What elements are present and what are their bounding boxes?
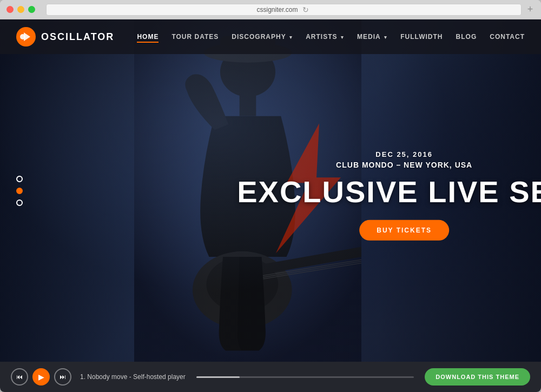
track-number: 1.	[80, 373, 85, 381]
dropdown-chevron-icon: ▾	[339, 35, 345, 40]
buy-tickets-button[interactable]: BUY TICKETS	[359, 220, 449, 240]
slide-dot-3[interactable]	[16, 200, 23, 206]
slide-indicators	[16, 176, 23, 206]
logo-text: OSCILLATOR	[41, 31, 114, 43]
address-bar[interactable]: cssigniter.com ↻	[46, 4, 522, 16]
hero-text-content: DEC 25, 2016 CLUB MONDO – NEW YORK, USA …	[237, 150, 541, 240]
website-content: OSCILLATOR HOMETOUR DATESDISCOGRAPHY ▾AR…	[0, 19, 541, 392]
nav-link-discography[interactable]: DISCOGRAPHY ▾	[232, 33, 293, 41]
progress-bar[interactable]	[196, 376, 414, 378]
nav-link-fullwidth[interactable]: FULLWIDTH	[400, 33, 443, 41]
nav-link-media[interactable]: MEDIA ▾	[357, 33, 387, 41]
nav-link-tour-dates[interactable]: TOUR DATES	[171, 33, 219, 41]
slide-dot-2[interactable]	[16, 188, 23, 194]
minimize-button[interactable]	[17, 6, 24, 13]
next-button[interactable]: ⏭	[54, 368, 71, 386]
browser-titlebar: cssigniter.com ↻ +	[0, 0, 541, 19]
track-info: 1. Nobody move - Self-hosted player	[80, 373, 186, 381]
logo-icon	[16, 27, 36, 46]
maximize-button[interactable]	[28, 6, 35, 13]
refresh-icon[interactable]: ↻	[302, 5, 311, 14]
progress-fill	[196, 376, 240, 378]
download-theme-button[interactable]: DOWNLOAD THIS THEME	[425, 368, 530, 386]
prev-button[interactable]: ⏮	[11, 368, 28, 386]
url-text: cssigniter.com	[256, 6, 298, 14]
nav-link-artists[interactable]: ARTISTS ▾	[306, 33, 344, 41]
track-name: Nobody move - Self-hosted player	[87, 373, 185, 381]
nav-link-contact[interactable]: CONTACT	[490, 33, 525, 41]
browser-window: cssigniter.com ↻ + OSCILLATOR HOMETOUR D…	[0, 0, 541, 392]
window-controls	[6, 6, 35, 13]
hero-venue: CLUB MONDO – NEW YORK, USA	[237, 160, 541, 169]
nav-link-home[interactable]: HOME	[137, 33, 159, 41]
dropdown-chevron-icon: ▾	[382, 35, 388, 40]
hero-section: DEC 25, 2016 CLUB MONDO – NEW YORK, USA …	[0, 19, 541, 362]
close-button[interactable]	[6, 6, 14, 13]
nav-links: HOMETOUR DATESDISCOGRAPHY ▾ARTISTS ▾MEDI…	[137, 33, 525, 41]
dropdown-chevron-icon: ▾	[288, 35, 293, 40]
player-controls: ⏮ ▶ ⏭	[11, 368, 71, 386]
slide-dot-1[interactable]	[16, 176, 23, 182]
logo[interactable]: OSCILLATOR	[16, 27, 114, 46]
hero-date: DEC 25, 2016	[237, 150, 541, 158]
play-button[interactable]: ▶	[32, 368, 50, 386]
hero-title: EXCLUSIVE LIVE SET	[237, 176, 541, 207]
svg-point-2	[20, 34, 25, 39]
music-player: ⏮ ▶ ⏭ 1. Nobody move - Self-hosted playe…	[0, 362, 541, 392]
navigation: OSCILLATOR HOMETOUR DATESDISCOGRAPHY ▾AR…	[0, 19, 541, 54]
new-tab-button[interactable]: +	[526, 5, 535, 14]
nav-link-blog[interactable]: BLOG	[456, 33, 477, 41]
